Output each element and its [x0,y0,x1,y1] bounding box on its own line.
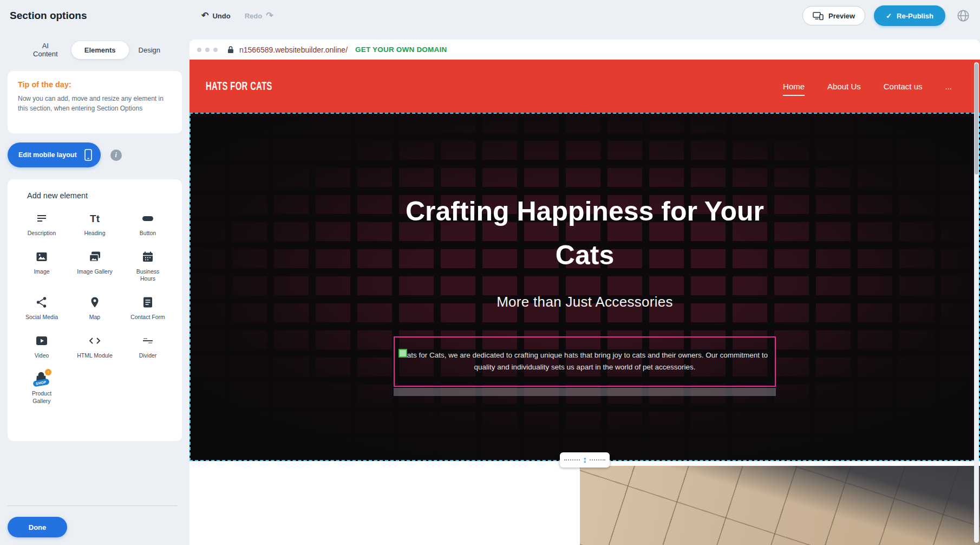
element-tile-product-gallery[interactable]: ↑ SHOP Product Gallery [17,371,67,405]
social-media-icon [35,295,48,310]
edit-mobile-layout-button[interactable]: Edit mobile layout [8,142,101,167]
language-globe-icon[interactable] [954,7,972,25]
nav-item-home[interactable]: Home [783,82,805,91]
description-icon [35,211,48,226]
sidebar-tabs: AI Content Elements Design [12,40,178,60]
floor-tiles-photo [580,466,980,545]
element-tile-image-gallery[interactable]: Image Gallery [70,249,120,283]
page-title: Section options [10,10,87,22]
hero-content: Crafting Happiness for Your Cats More th… [191,114,979,460]
sidebar-divider [8,505,177,506]
html-module-icon [88,333,102,348]
republish-button[interactable]: ✓ Re-Publish [874,5,945,26]
tip-body: Now you can add, move and resize any ele… [18,94,172,113]
scrollbar[interactable] [974,62,979,543]
nav-item-about-us[interactable]: About Us [827,82,861,91]
tab-ai-content[interactable]: AI Content [19,37,71,63]
hero-subheading[interactable]: More than Just Accessories [191,294,979,310]
tab-design[interactable]: Design [129,41,170,59]
scrollbar-thumb[interactable] [975,63,978,174]
done-button[interactable]: Done [8,517,67,537]
element-tile-heading[interactable]: Tt Heading [70,211,120,237]
site-nav: Home About Us Contact us ... [783,82,952,91]
get-domain-link[interactable]: GET YOUR OWN DOMAIN [355,46,447,54]
history-controls: ↶ Undo Redo ↷ [201,0,273,31]
nav-item-contact-us[interactable]: Contact us [884,82,923,91]
map-icon [88,295,101,310]
section-resize-handle[interactable]: ↕ [560,452,610,468]
video-icon [35,333,49,348]
hero-heading[interactable]: Crafting Happiness for Your Cats [401,114,769,277]
phone-icon [84,149,92,161]
element-drag-handle[interactable] [398,349,407,358]
undo-label: Undo [212,12,230,20]
image-gallery-icon [88,249,102,264]
element-tile-description[interactable]: Description [17,211,67,237]
element-tile-divider[interactable]: Divider [123,333,173,360]
republish-label: Re-Publish [897,12,933,20]
add-element-card: Add new element Description Tt Heading [8,179,182,441]
image-icon [35,249,49,264]
hero-section[interactable]: Crafting Happiness for Your Cats More th… [190,113,980,461]
tip-title: Tip of the day: [18,80,172,89]
devices-icon [813,12,824,20]
redo-label: Redo [245,12,263,20]
window-dot [197,48,201,52]
upgrade-badge-icon: ↑ [45,369,51,375]
element-tile-business-hours[interactable]: Business Hours [123,249,173,283]
resize-arrows-icon: ↕ [580,456,589,464]
element-grid: Description Tt Heading Button Ima [15,211,174,405]
info-icon[interactable]: i [110,150,122,161]
redo-button[interactable]: Redo ↷ [245,11,273,20]
url-text: n1566589.websitebuilder.online/ [239,46,348,54]
sidebar: AI Content Elements Design Tip of the da… [0,31,190,545]
element-tile-map[interactable]: Map [70,295,120,321]
topbar: Section options ↶ Undo Redo ↷ Preview ✓ … [0,0,980,31]
add-element-title: Add new element [27,191,174,200]
edit-mobile-layout-label: Edit mobile layout [18,151,77,159]
undo-icon: ↶ [201,11,208,20]
element-tile-html-module[interactable]: HTML Module [70,333,120,360]
browser-chrome: n1566589.websitebuilder.online/ GET YOUR… [190,40,980,60]
site-logo[interactable]: HATS FOR CATS [206,79,272,93]
hero-description: Hats for Cats, we are dedicated to craft… [401,349,768,374]
tip-card: Tip of the day: Now you can add, move an… [8,71,182,133]
element-tile-button[interactable]: Button [123,211,173,237]
window-dot [205,48,210,52]
topbar-actions: Preview ✓ Re-Publish [802,5,980,26]
tab-elements[interactable]: Elements [71,41,129,59]
browser-window: n1566589.websitebuilder.online/ GET YOUR… [190,40,980,545]
mobile-layout-row: Edit mobile layout i [8,142,182,167]
window-dot [213,48,218,52]
site-viewport: HATS FOR CATS Home About Us Contact us .… [190,60,980,545]
window-dots [197,48,218,52]
element-tile-contact-form[interactable]: Contact Form [123,295,173,321]
check-icon: ✓ [886,12,892,20]
site-header: HATS FOR CATS Home About Us Contact us .… [190,60,980,113]
preview-button[interactable]: Preview [802,6,865,25]
divider-icon [141,333,154,348]
button-icon [141,211,154,226]
undo-button[interactable]: ↶ Undo [201,11,231,20]
heading-icon: Tt [90,211,100,226]
selected-text-element[interactable]: Hats for Cats, we are dedicated to craft… [394,336,776,387]
element-tile-image[interactable]: Image [17,249,67,283]
preview-label: Preview [828,12,855,20]
lock-icon [227,46,234,54]
ghost-element-strip [394,388,776,396]
business-hours-icon [141,249,154,264]
contact-form-icon [141,295,154,310]
element-tile-social-media[interactable]: Social Media [17,295,67,321]
redo-icon: ↷ [266,11,273,20]
nav-more-icon[interactable]: ... [945,82,952,91]
product-gallery-icon: ↑ SHOP [32,371,51,386]
next-section [190,461,980,545]
element-tile-video[interactable]: Video [17,333,67,360]
